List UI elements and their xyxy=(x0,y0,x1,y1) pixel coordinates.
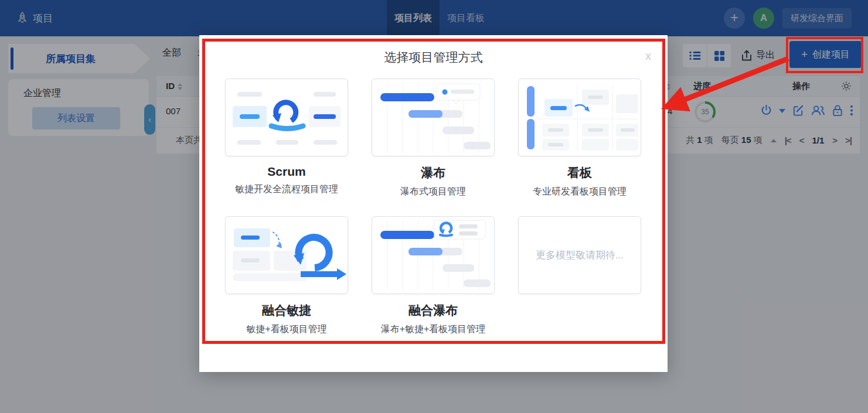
annotation-arrow xyxy=(642,50,806,126)
annotation-modal-highlight-box xyxy=(202,39,665,344)
app-window: 项目 项目列表 项目看板 + A 研发综合界面 所属项目集 企业管理 列表设置 … xyxy=(0,0,868,413)
